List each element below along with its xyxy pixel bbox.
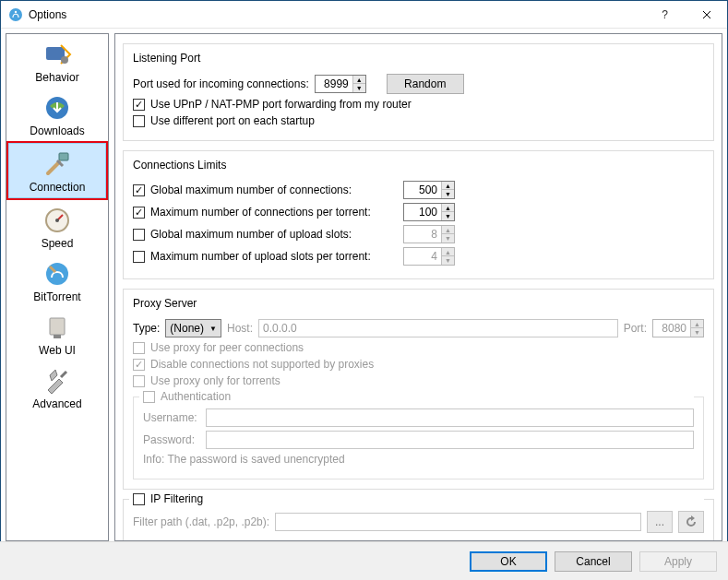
max-per-torrent-input[interactable]: ▲▼ (403, 203, 455, 221)
global-upload-checkbox[interactable] (133, 229, 145, 241)
svg-point-0 (9, 8, 22, 21)
proxy-type-value: (None) (170, 322, 204, 335)
upload-per-torrent-input: ▲▼ (403, 247, 455, 266)
global-upload-value (404, 226, 441, 243)
connections-limits-group: Connections Limits Global maximum number… (123, 150, 714, 279)
proxy-host-label: Host: (227, 322, 253, 335)
auth-checkbox (143, 391, 155, 403)
upnp-label: Use UPnP / NAT-PMP port forwarding from … (150, 98, 412, 111)
proxy-server-group: Proxy Server Type: (None) ▼ Host: Port: … (123, 289, 714, 490)
webui-icon (42, 313, 72, 342)
sidebar-item-label: Web UI (39, 344, 76, 357)
ipfilter-checkbox[interactable] (133, 493, 145, 505)
sidebar-item-behavior[interactable]: Behavior (6, 34, 108, 88)
downloads-icon (42, 93, 72, 123)
filter-path-label: Filter path (.dat, .p2p, .p2b): (133, 515, 269, 528)
sidebar-item-label: Advanced (32, 397, 81, 410)
proxy-only-torrents-checkbox (133, 375, 145, 387)
svg-point-1 (15, 10, 17, 12)
reload-button (678, 511, 704, 533)
behavior-icon (42, 40, 72, 69)
svg-point-7 (55, 219, 59, 222)
password-input (206, 431, 694, 449)
authentication-group: Authentication Username: Password: Info:… (133, 397, 704, 479)
proxy-port-label: Port: (624, 322, 647, 335)
proxy-peer-label: Use proxy for peer connections (150, 341, 304, 354)
spinner: ▲▼ (690, 320, 703, 337)
max-per-torrent-checkbox[interactable] (133, 207, 145, 219)
svg-point-3 (61, 56, 68, 64)
proxy-port-value (653, 320, 690, 337)
ok-button[interactable]: OK (470, 551, 547, 572)
window-title: Options (29, 8, 644, 21)
proxy-host-input (258, 319, 618, 337)
global-max-checkbox[interactable] (133, 184, 145, 196)
sidebar-item-advanced[interactable]: Advanced (6, 361, 108, 414)
random-button[interactable]: Random (387, 74, 464, 94)
cancel-button[interactable]: Cancel (555, 551, 632, 572)
reload-icon (685, 515, 698, 528)
content-panel: Listening Port Port used for incoming co… (114, 33, 722, 541)
group-title: Listening Port (129, 52, 204, 65)
sidebar-item-label: BitTorrent (33, 290, 80, 303)
group-title: Connections Limits (129, 159, 230, 172)
username-input (206, 408, 694, 427)
sidebar-item-speed[interactable]: Speed (6, 200, 108, 254)
app-icon (8, 7, 23, 22)
auth-title: Authentication (161, 390, 231, 403)
max-per-torrent-value[interactable] (404, 204, 441, 220)
port-spinner[interactable]: ▲▼ (352, 76, 365, 92)
proxy-type-select[interactable]: (None) ▼ (165, 319, 221, 337)
listening-port-group: Listening Port Port used for incoming co… (123, 43, 714, 141)
upload-per-torrent-label: Maximum number of upload slots per torre… (150, 250, 398, 263)
speed-icon (42, 206, 72, 235)
connection-highlight: Connection (6, 141, 108, 200)
svg-point-8 (46, 263, 68, 285)
sidebar-item-label: Downloads (30, 124, 84, 137)
ipfilter-title: IP Filtering (150, 492, 203, 505)
global-upload-label: Global maximum number of upload slots: (150, 228, 398, 241)
sidebar-item-downloads[interactable]: Downloads (6, 88, 108, 141)
svg-rect-9 (50, 318, 65, 335)
upload-per-torrent-value (404, 248, 441, 265)
proxy-port-input: ▲▼ (652, 319, 704, 337)
dialog-footer: OK Cancel Apply (0, 541, 728, 580)
proxy-peer-checkbox (133, 342, 145, 354)
sidebar-item-bittorrent[interactable]: BitTorrent (6, 254, 108, 307)
sidebar-item-label: Behavior (35, 71, 78, 84)
spinner: ▲▼ (441, 226, 454, 243)
password-label: Password: (143, 433, 200, 446)
sidebar-item-connection[interactable]: Connection (8, 143, 106, 198)
ip-filtering-group: IP Filtering Filter path (.dat, .p2p, .p… (123, 499, 714, 541)
help-button[interactable]: ? (644, 1, 686, 29)
close-button[interactable] (686, 1, 727, 29)
sidebar: Behavior Downloads Connection Speed BitT… (6, 33, 109, 541)
chevron-down-icon: ▼ (209, 325, 217, 333)
upload-per-torrent-checkbox[interactable] (133, 251, 145, 263)
svg-rect-10 (54, 335, 61, 338)
global-max-label: Global maximum number of connections: (150, 183, 398, 196)
spinner[interactable]: ▲▼ (441, 182, 454, 198)
max-per-torrent-label: Maximum number of connections per torren… (150, 206, 398, 219)
username-label: Username: (143, 411, 200, 424)
port-label: Port used for incoming connections: (133, 77, 309, 90)
proxy-disable-unsupported-checkbox (133, 359, 145, 371)
connection-icon (42, 149, 72, 179)
port-input[interactable]: ▲▼ (315, 75, 366, 93)
global-max-value[interactable] (404, 182, 441, 198)
upnp-checkbox[interactable] (133, 99, 145, 111)
port-value[interactable] (316, 76, 352, 92)
spinner[interactable]: ▲▼ (441, 204, 454, 220)
spinner: ▲▼ (441, 248, 454, 265)
filter-path-input (275, 513, 641, 531)
global-upload-input: ▲▼ (403, 225, 455, 243)
diffport-checkbox[interactable] (133, 115, 145, 127)
auth-info-text: Info: The password is saved unencrypted (143, 453, 345, 466)
apply-button: Apply (639, 551, 717, 572)
proxy-type-label: Type: (133, 322, 160, 335)
sidebar-item-label: Connection (30, 181, 86, 194)
proxy-disable-unsupported-label: Disable connections not supported by pro… (150, 358, 374, 371)
sidebar-item-webui[interactable]: Web UI (6, 307, 108, 361)
svg-rect-5 (59, 153, 68, 160)
global-max-input[interactable]: ▲▼ (403, 181, 455, 199)
